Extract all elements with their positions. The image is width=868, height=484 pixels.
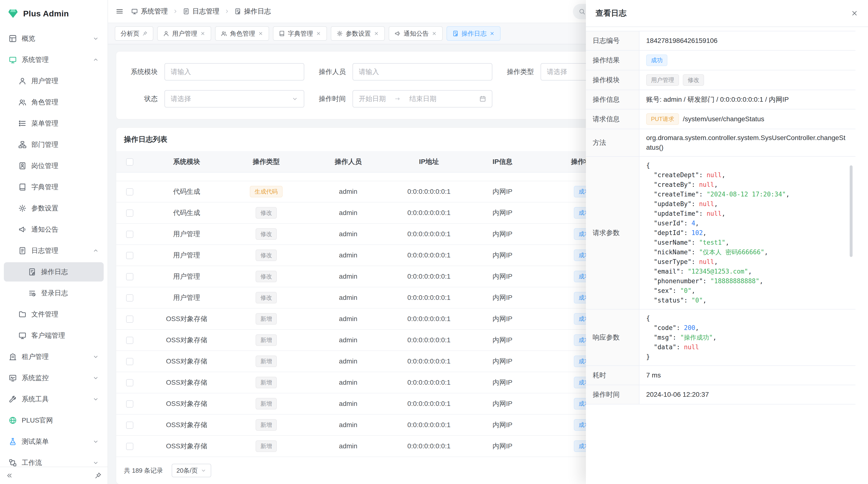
sidebar-toggle-button[interactable] (116, 7, 123, 15)
cell-operator: admin (302, 372, 394, 393)
drawer-close-button[interactable] (850, 9, 858, 17)
row-checkbox[interactable] (126, 316, 133, 323)
sidebar-item-menu-mgmt[interactable]: 菜单管理 (4, 114, 104, 133)
page-size-select[interactable]: 20条/页 (172, 464, 211, 477)
module-input[interactable]: 请输入 (164, 63, 304, 80)
sidebar-item-label: 用户管理 (31, 76, 99, 86)
detail-text: 1842781986426159106 (646, 36, 717, 45)
status-select[interactable]: 请选择 (164, 90, 304, 107)
sidebar-item-operation-log[interactable]: 操作日志 (4, 262, 104, 282)
sidebar-item-login-log[interactable]: 登录日志 (4, 284, 104, 303)
select-all-checkbox[interactable] (126, 158, 133, 166)
pin-icon[interactable] (142, 31, 148, 36)
breadcrumb-item-log-mgmt[interactable]: 日志管理 (183, 7, 219, 16)
row-checkbox[interactable] (126, 188, 133, 195)
chevron-down-icon (93, 375, 99, 381)
close-icon[interactable] (200, 31, 206, 36)
cell-ip-info: 内网IP (464, 223, 541, 245)
sidebar-item-system-mgmt[interactable]: 系统管理 (4, 50, 104, 69)
tab-operation-log[interactable]: 操作日志 (446, 26, 500, 41)
row-checkbox[interactable] (126, 443, 133, 450)
row-checkbox[interactable] (126, 273, 133, 280)
tab-label: 分析页 (121, 29, 140, 38)
sidebar-item-workflow[interactable]: 工作流 (4, 453, 104, 466)
sidebar-item-user-mgmt[interactable]: 用户管理 (4, 71, 104, 91)
sidebar-item-sys-monitor[interactable]: 系统监控 (4, 368, 104, 388)
chevron-down-icon (292, 96, 298, 102)
sidebar-item-log-mgmt[interactable]: 日志管理 (4, 241, 104, 260)
close-icon[interactable] (374, 31, 379, 36)
drawer-body: 日志编号1842781986426159106操作结果成功操作模块用户管理修改操… (586, 27, 868, 484)
cell-module: OSS对象存储 (143, 308, 230, 329)
cell-operator: admin (302, 414, 394, 435)
sidebar-item-test-menu[interactable]: 测试菜单 (4, 432, 104, 451)
tab-role-mgmt[interactable]: 角色管理 (215, 26, 269, 41)
tab-analysis[interactable]: 分析页 (115, 26, 153, 41)
operator-input[interactable]: 请输入 (352, 63, 492, 80)
row-checkbox[interactable] (126, 379, 133, 386)
close-icon[interactable] (258, 31, 263, 36)
op-type-tag: 新增 (255, 334, 277, 346)
brand[interactable]: Plus Admin (0, 0, 107, 27)
post-icon (18, 162, 27, 170)
operation-log-icon (452, 30, 459, 37)
filter-label: 操作类型 (504, 67, 534, 76)
sidebar-item-label: 租户管理 (22, 352, 88, 361)
cell-operator: admin (302, 351, 394, 372)
row-checkbox[interactable] (126, 400, 133, 408)
cell-operator: admin (302, 435, 394, 457)
sidebar-item-overview[interactable]: 概览 (4, 29, 104, 48)
collapse-sidebar-button[interactable] (6, 472, 13, 479)
tab-label: 通知公告 (404, 29, 429, 38)
cell-ip: 0:0:0:0:0:0:0:1 (394, 308, 464, 329)
detail-value: 成功 (640, 51, 856, 70)
drawer-title: 查看日志 (595, 8, 626, 19)
drawer-header: 查看日志 (586, 0, 868, 27)
close-icon[interactable] (316, 31, 321, 36)
cell-ip-info: 内网IP (464, 308, 541, 329)
sidebar-item-param-settings[interactable]: 参数设置 (4, 199, 104, 218)
json-code-block[interactable]: { "createDept": null, "createBy": null, … (646, 161, 849, 305)
sidebar-item-post-mgmt[interactable]: 岗位管理 (4, 156, 104, 175)
result-tag: 成功 (646, 55, 668, 66)
row-checkbox[interactable] (126, 231, 133, 238)
sidebar-item-sys-tools[interactable]: 系统工具 (4, 389, 104, 409)
sidebar-item-dept-mgmt[interactable]: 部门管理 (4, 135, 104, 154)
cell-op-type: 修改 (230, 245, 302, 266)
close-icon[interactable] (432, 31, 437, 36)
tab-notice[interactable]: 通知公告 (389, 26, 443, 41)
cell-operator: admin (302, 181, 394, 202)
cell-ip-info: 内网IP (464, 393, 541, 414)
row-checkbox[interactable] (126, 358, 133, 365)
sidebar-item-plus-site[interactable]: PLUS官网 (4, 411, 104, 430)
time-range-picker[interactable]: 开始日期 结束日期 (352, 90, 492, 107)
sidebar-item-notice[interactable]: 通知公告 (4, 220, 104, 239)
sidebar-item-client-mgmt[interactable]: 客户端管理 (4, 326, 104, 345)
tab-dict-mgmt[interactable]: 字典管理 (273, 26, 327, 41)
cell-module: 代码生成 (143, 181, 230, 202)
close-icon[interactable] (490, 31, 495, 36)
cell-operator: admin (302, 287, 394, 308)
chevron-up-icon (93, 248, 99, 254)
detail-label: 操作模块 (586, 70, 640, 90)
row-checkbox[interactable] (126, 209, 133, 217)
scrollbar-thumb[interactable] (850, 165, 852, 257)
row-checkbox[interactable] (126, 294, 133, 301)
cell-module: 用户管理 (143, 266, 230, 287)
row-checkbox[interactable] (126, 422, 133, 429)
cell-op-type: 修改 (230, 223, 302, 245)
detail-label: 耗时 (586, 366, 640, 385)
sidebar-item-role-mgmt[interactable]: 角色管理 (4, 93, 104, 112)
cell-op-type: 修改 (230, 287, 302, 308)
breadcrumb-item-operation-log[interactable]: 操作日志 (235, 7, 271, 16)
tab-user-mgmt[interactable]: 用户管理 (157, 26, 211, 41)
tab-param-settings[interactable]: 参数设置 (331, 26, 385, 41)
sidebar-item-file-mgmt[interactable]: 文件管理 (4, 305, 104, 324)
chevron-down-icon (93, 460, 99, 466)
pin-sidebar-button[interactable] (94, 472, 102, 479)
sidebar-item-tenant-mgmt[interactable]: 租户管理 (4, 347, 104, 366)
row-checkbox[interactable] (126, 252, 133, 259)
row-checkbox[interactable] (126, 337, 133, 344)
breadcrumb-item-system-mgmt[interactable]: 系统管理 (131, 7, 168, 16)
sidebar-item-dict-mgmt[interactable]: 字典管理 (4, 178, 104, 197)
